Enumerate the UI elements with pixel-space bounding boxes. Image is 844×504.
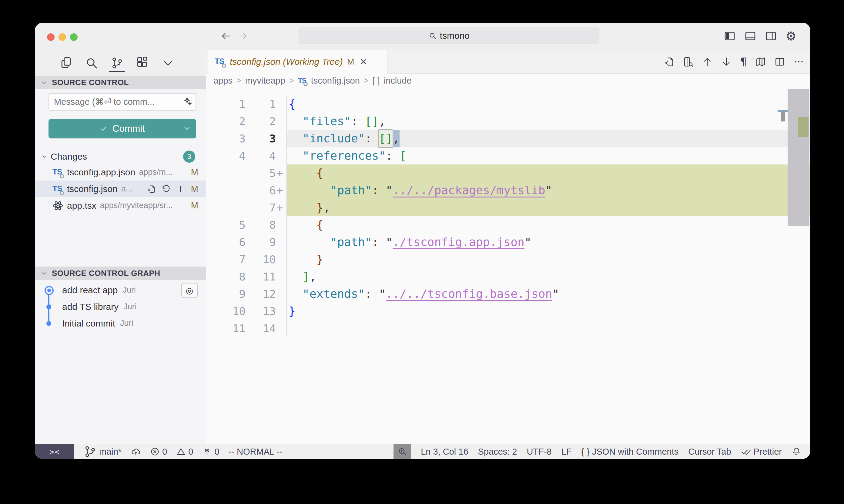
zoom-indicator[interactable] xyxy=(394,444,411,459)
changed-file-tsconfig.json[interactable]: TStsconfig.jsona...M xyxy=(35,181,206,197)
code-token: , xyxy=(323,199,330,216)
code-content: "references": [ xyxy=(286,147,810,164)
code-line[interactable]: 58 { xyxy=(206,216,810,234)
breadcrumb-item-include[interactable]: include xyxy=(384,76,412,86)
code-line[interactable]: 69 "path": "./tsconfig.app.json" xyxy=(206,234,810,251)
diff-editor[interactable]: 11{22 "files": [],33 "include": [],44 "r… xyxy=(206,88,810,452)
activity-item-source-control[interactable] xyxy=(110,54,124,72)
open-changes-icon[interactable] xyxy=(683,56,694,67)
next-change-icon[interactable] xyxy=(721,56,732,67)
code-line[interactable]: 710 } xyxy=(206,251,810,268)
command-center-search[interactable]: tsmono xyxy=(299,28,599,44)
code-line[interactable]: 5+ { xyxy=(206,164,810,182)
back-icon[interactable] xyxy=(220,31,231,41)
eol[interactable]: LF xyxy=(562,447,572,457)
status-bar-right: Ln 3, Col 16Spaces: 2UTF-8LF{ }JSON with… xyxy=(394,444,801,459)
vim-mode[interactable]: -- NORMAL -- xyxy=(228,447,282,457)
split-editor-icon[interactable] xyxy=(774,56,785,67)
code-line[interactable]: 44 "references": [ xyxy=(206,147,810,164)
code-line[interactable]: 1013} xyxy=(206,303,810,320)
commit-row[interactable]: add react appJuri◎ xyxy=(35,282,206,298)
code-line[interactable]: 33 "include": [], xyxy=(206,130,810,147)
toggle-primary-sidebar-icon[interactable] xyxy=(724,30,736,42)
source-control-section-header[interactable]: SOURCE CONTROL xyxy=(35,76,206,89)
errors-count-label: 0 xyxy=(162,447,167,457)
commit-row[interactable]: add TS libraryJuri xyxy=(35,298,206,315)
code-line[interactable]: 1114 xyxy=(206,320,810,337)
code-content: } xyxy=(286,303,810,320)
code-token xyxy=(289,164,316,182)
code-line[interactable]: 7+ }, xyxy=(206,199,810,216)
source-control-graph-header[interactable]: SOURCE CONTROL GRAPH xyxy=(35,267,206,280)
forward-icon[interactable] xyxy=(237,31,248,41)
react-icon xyxy=(52,200,63,211)
array-symbol-icon: [ ] xyxy=(373,76,380,86)
maximize-traffic-light[interactable] xyxy=(70,33,77,41)
activity-item-extensions[interactable] xyxy=(136,54,150,72)
bell-icon xyxy=(792,447,801,456)
sparkle-icon[interactable] xyxy=(183,96,192,106)
remote-indicator[interactable]: >< xyxy=(35,444,74,459)
encoding[interactable]: UTF-8 xyxy=(527,447,552,457)
indentation[interactable]: Spaces: 2 xyxy=(478,447,517,457)
diff-added-marker xyxy=(276,285,286,303)
publish-button[interactable] xyxy=(131,447,141,457)
code-line[interactable]: 6+ "path": "../../packages/mytslib" xyxy=(206,182,810,199)
commit-button[interactable]: Commit xyxy=(49,119,196,139)
code-line[interactable]: 912 "extends": "../../tsconfig.base.json… xyxy=(206,285,810,303)
old-line-number: 11 xyxy=(206,320,245,337)
warnings-count[interactable]: 0 xyxy=(176,447,193,457)
breadcrumb-item-apps[interactable]: apps xyxy=(213,76,232,86)
minimize-traffic-light[interactable] xyxy=(58,33,66,41)
tab-completion[interactable]: Cursor Tab xyxy=(688,447,731,457)
cursor-position[interactable]: Ln 3, Col 16 xyxy=(421,447,468,457)
code-line[interactable]: 811 ], xyxy=(206,268,810,285)
changed-file-tsconfig.app.json[interactable]: TStsconfig.app.jsonapps/m...M xyxy=(35,164,206,181)
new-line-number: 11 xyxy=(245,268,276,285)
typescript-file-icon: TS xyxy=(298,76,307,85)
code-token: : xyxy=(372,182,379,199)
vertical-scrollbar[interactable] xyxy=(788,89,809,226)
commit-row[interactable]: Initial commitJuri xyxy=(35,315,206,332)
previous-change-icon[interactable] xyxy=(702,56,713,67)
code-line[interactable]: 11{ xyxy=(206,95,810,113)
breadcrumb-item-myviteapp[interactable]: myviteapp xyxy=(245,76,285,86)
formatter[interactable]: Prettier xyxy=(741,447,782,457)
language-mode[interactable]: { }JSON with Comments xyxy=(582,447,679,457)
open-file-icon[interactable] xyxy=(147,184,156,194)
go-to-file-icon[interactable] xyxy=(664,56,674,67)
errors-count[interactable]: 0 xyxy=(150,447,167,457)
more-actions-icon[interactable] xyxy=(793,56,804,67)
activity-item-explorer[interactable] xyxy=(59,54,73,72)
code-line[interactable]: 22 "files": [], xyxy=(206,113,810,130)
activity-item-more-views[interactable] xyxy=(161,54,175,72)
discard-icon[interactable] xyxy=(161,184,170,194)
old-line-number: 2 xyxy=(206,113,245,130)
tab-tsconfig-working-tree[interactable]: TS tsconfig.json (Working Tree) M × xyxy=(208,50,387,74)
toggle-panel-icon[interactable] xyxy=(744,30,756,42)
breadcrumb-item-tsconfig.json[interactable]: tsconfig.json xyxy=(311,76,360,86)
tab-close-icon[interactable]: × xyxy=(360,55,366,68)
settings-gear-icon[interactable]: ⚙ xyxy=(786,30,796,42)
code-token xyxy=(289,182,330,199)
ports-count[interactable]: 0 xyxy=(202,447,219,457)
titlebar: tsmono ⚙ xyxy=(35,23,810,50)
modified-status-badge: M xyxy=(191,184,198,194)
map-icon[interactable] xyxy=(755,56,766,67)
code-token xyxy=(393,147,400,164)
activity-item-search[interactable] xyxy=(85,54,99,72)
commit-dot xyxy=(46,321,51,326)
toggle-secondary-sidebar-icon[interactable] xyxy=(765,30,777,42)
goto-commit-button[interactable]: ◎ xyxy=(181,283,198,298)
changed-file-app.tsx[interactable]: app.tsxapps/myviteapp/sr...M xyxy=(35,197,206,214)
code-content xyxy=(286,320,810,337)
commit-message-input[interactable] xyxy=(49,93,196,111)
notifications-bell[interactable] xyxy=(792,447,801,456)
close-traffic-light[interactable] xyxy=(47,33,55,41)
commit-dropdown-icon[interactable] xyxy=(183,124,191,133)
stage-icon[interactable] xyxy=(176,184,185,194)
changes-section-header[interactable]: Changes xyxy=(41,149,87,164)
new-line-number: 4 xyxy=(245,147,276,164)
branch-status[interactable]: main* xyxy=(83,445,122,458)
whitespace-icon[interactable]: ¶ xyxy=(740,56,747,67)
